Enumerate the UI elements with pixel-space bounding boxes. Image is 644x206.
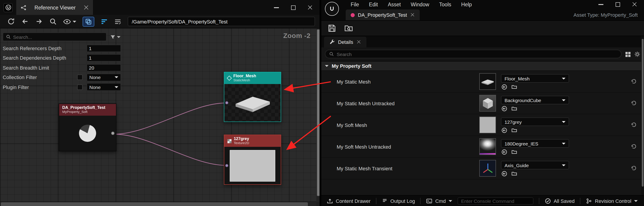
cmd-dropdown[interactable]: Cmd [426,198,452,204]
node-header: DA_PropertySoft_Test MyProperty_Soft [59,104,116,116]
asset-dropdown-value: Floor_Mesh [504,76,530,81]
asset-thumbnail[interactable] [479,117,496,133]
use-selected-asset-icon[interactable] [502,106,507,112]
asset-path-input[interactable] [128,17,315,26]
back-icon[interactable] [21,18,29,25]
asset-type-label: Asset Type: MyProperty_Soft [574,9,638,21]
asset-dropdown[interactable]: 127grey [501,117,569,126]
reset-to-default-icon[interactable] [631,79,637,85]
minimize-button[interactable] [598,4,604,5]
asset-thumbnail[interactable] [479,73,496,90]
asset-thumbnail[interactable] [479,138,496,155]
details-tab[interactable]: Details [324,37,366,48]
reference-viewer-tab[interactable]: Reference Viewer [16,0,93,15]
maximize-button[interactable] [291,5,296,10]
asset-dropdown[interactable]: 180Degree_IES [501,139,569,148]
menu-file[interactable]: File [346,2,364,7]
content-drawer-button[interactable]: Content Drawer [327,198,370,204]
menu-edit[interactable]: Edit [364,2,383,7]
reset-to-default-icon[interactable] [631,144,637,149]
graph-filter-dropdown[interactable] [110,34,120,40]
use-selected-asset-icon[interactable] [502,127,507,133]
console-command-input[interactable] [461,198,530,203]
browse-to-asset-icon[interactable] [511,84,517,90]
output-log-button[interactable]: Output Log [382,198,415,204]
forward-icon[interactable] [35,18,43,25]
plugin-filter-checkbox[interactable] [77,85,82,90]
asset-thumbnail[interactable] [479,95,496,112]
use-selected-asset-icon[interactable] [502,171,507,177]
asset-dropdown[interactable]: Floor_Mesh [501,74,569,83]
visibility-filters-dropdown[interactable] [63,19,76,24]
refresh-icon[interactable] [7,18,15,25]
details-search-box[interactable] [325,50,622,58]
search-referencers-depth-input[interactable] [87,45,121,52]
reference-graph-canvas[interactable]: DA_PropertySoft_Test MyProperty_Soft Flo… [0,29,316,202]
plugin-filter-dropdown[interactable]: None [87,83,121,91]
revision-control-button[interactable]: Revision Control [586,198,638,204]
graph-node-127grey[interactable]: 127grey Texture2D [224,135,281,185]
reference-viewer-toolbar [0,15,320,29]
filter-lines-icon[interactable] [101,18,108,25]
collection-filter-dropdown[interactable]: None [87,74,121,81]
input-pin[interactable] [225,101,228,104]
graph-node-floor-mesh[interactable]: Floor_Mesh StaticMesh [224,72,281,122]
graph-search-input[interactable] [13,34,103,40]
reference-viewer-options-panel: Search Referencers Depth Search Dependen… [3,33,121,92]
close-tab-icon[interactable] [357,40,360,44]
close-tab-icon[interactable] [411,13,414,17]
details-search-input[interactable] [337,51,617,57]
browse-to-asset-icon[interactable] [511,106,517,112]
vertical-scrollbar[interactable] [641,36,644,195]
horizontal-scrollbar[interactable] [0,202,316,206]
node-header: 127grey Texture2D [224,135,281,147]
asset-dropdown[interactable]: Axis_Guide [501,161,569,169]
category-header-my-property-soft[interactable]: My Property Soft [321,61,644,71]
gear-icon[interactable] [634,51,640,57]
display-options-icon[interactable] [625,52,631,57]
unreal-logo[interactable] [325,2,339,16]
compact-mode-toggle-button[interactable] [82,17,94,27]
browse-to-asset-icon[interactable] [511,171,517,177]
reference-graph-icon [21,5,26,10]
use-selected-asset-icon[interactable] [502,149,507,155]
close-tab-icon[interactable] [84,5,88,10]
menu-tools[interactable]: Tools [434,2,456,7]
property-label: My Static Mesh [337,71,370,93]
output-pin[interactable] [111,131,115,135]
save-button[interactable] [328,24,336,33]
asset-thumbnail[interactable] [479,160,496,177]
chevron-down-icon [562,142,566,144]
asset-tab-row: DA_PropertySoft_Test Asset Type: MyPrope… [321,9,644,21]
collection-filter-checkbox[interactable] [77,75,82,80]
menu-help[interactable]: Help [456,2,477,7]
all-saved-indicator[interactable]: All Saved [545,198,575,204]
find-path-icon[interactable] [49,18,57,25]
vertical-scrollbar[interactable] [316,29,320,202]
data-asset-pie-icon [79,125,96,142]
edit-list-icon[interactable] [114,18,122,25]
browse-to-asset-icon[interactable] [511,149,517,155]
use-selected-asset-icon[interactable] [502,84,507,90]
asset-editor-tab[interactable]: DA_PropertySoft_Test [346,10,420,20]
asset-dropdown[interactable]: BackgroundCube [501,96,569,104]
graph-node-da-propertysoft-test[interactable]: DA_PropertySoft_Test MyProperty_Soft [59,103,116,151]
close-window-button[interactable] [632,2,637,7]
menu-window[interactable]: Window [406,2,434,7]
console-command-box[interactable] [458,197,533,204]
minimize-button[interactable] [274,7,279,8]
browse-to-asset-button[interactable] [344,24,353,33]
close-window-button[interactable] [308,5,312,10]
reset-to-default-icon[interactable] [631,100,637,106]
node-thumbnail [224,147,281,184]
texture-icon [228,139,232,143]
reset-to-default-icon[interactable] [631,122,637,128]
reset-to-default-icon[interactable] [631,165,637,171]
graph-search-box[interactable] [3,33,106,41]
maximize-button[interactable] [616,2,620,7]
browse-to-asset-icon[interactable] [511,127,517,133]
menu-asset[interactable]: Asset [383,2,406,7]
input-pin[interactable] [225,164,228,167]
search-breadth-limit-input[interactable] [87,64,121,71]
search-dependencies-depth-input[interactable] [87,54,121,62]
